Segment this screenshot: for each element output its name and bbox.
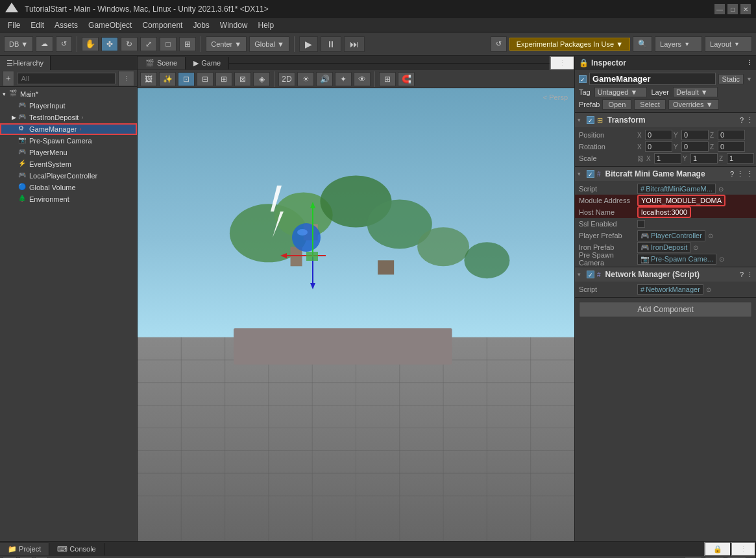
scene-filter4[interactable]: ⊠ xyxy=(234,72,251,86)
layout-dropdown[interactable]: Layout ▼ xyxy=(705,36,752,52)
multi-tool[interactable]: ⊞ xyxy=(179,37,196,51)
menu-component[interactable]: Component xyxy=(137,19,188,31)
transform-enable-checkbox[interactable]: ✓ xyxy=(587,116,594,124)
hierarchy-playerinput-item[interactable]: 🎮 PlayerInput xyxy=(0,100,137,112)
network-enable-checkbox[interactable]: ✓ xyxy=(587,271,594,278)
pos-x-input[interactable] xyxy=(645,130,672,140)
network-settings-icon[interactable]: ⋮ xyxy=(746,271,753,279)
pre-spawn-select-icon[interactable]: ⊙ xyxy=(719,256,724,263)
titlebar-controls[interactable]: — □ ✕ xyxy=(714,4,751,14)
rect-tool[interactable]: □ xyxy=(160,37,177,51)
layer-dropdown[interactable]: Default ▼ xyxy=(673,87,718,97)
project-tab[interactable]: 📁 Project xyxy=(0,543,49,555)
menu-edit[interactable]: Edit xyxy=(25,19,49,31)
bitcraft-enable-checkbox[interactable]: ✓ xyxy=(587,170,594,178)
script-select-icon[interactable]: ⊙ xyxy=(718,186,724,193)
draw-mode-button[interactable]: 🖼 xyxy=(140,72,157,86)
console-tab[interactable]: ⌨ Console xyxy=(49,543,104,555)
hierarchy-localplayer-item[interactable]: 🎮 LocalPlayerController xyxy=(0,170,137,182)
hierarchy-environment-item[interactable]: 🌲 Environment xyxy=(0,193,137,205)
move-tool[interactable]: ✤ xyxy=(101,37,118,51)
experimental-packages-button[interactable]: Experimental Packages In Use ▼ xyxy=(509,38,630,51)
iron-prefab-ref[interactable]: 🎮 IronDeposit xyxy=(637,242,690,253)
play-button[interactable]: ▶ xyxy=(299,36,318,52)
scene-audio-button[interactable]: 🔊 xyxy=(316,72,333,86)
script-ref[interactable]: # BitcraftMiniGameM... xyxy=(637,184,716,194)
scene-snap-button[interactable]: 🧲 xyxy=(398,72,415,86)
maximize-button[interactable]: □ xyxy=(727,4,738,14)
scene-hidden-button[interactable]: 👁 xyxy=(354,72,371,86)
prefab-overrides-button[interactable]: Overrides ▼ xyxy=(668,99,719,110)
search-button[interactable]: 🔍 xyxy=(633,36,652,52)
scene-light-button[interactable]: ☀ xyxy=(297,72,314,86)
hierarchy-scene-item[interactable]: ▾ 🎬 Main* xyxy=(0,88,137,100)
hierarchy-options-button[interactable]: ⋮ xyxy=(118,71,134,86)
scale-tool[interactable]: ⤢ xyxy=(140,37,157,51)
scene-filter2[interactable]: ⊟ xyxy=(197,72,213,86)
rot-x-input[interactable] xyxy=(645,141,672,152)
bitcraft-header[interactable]: ▾ ✓ # Bitcraft Mini Game Manage ? ⋮ ⋮ xyxy=(575,167,756,181)
global-toggle[interactable]: Global ▼ xyxy=(249,36,289,52)
hierarchy-testirondeposit-item[interactable]: ▶ 🎮 TestIronDeposit › xyxy=(0,112,137,123)
iron-prefab-select-icon[interactable]: ⊙ xyxy=(693,244,698,251)
network-help-icon[interactable]: ? xyxy=(740,271,744,278)
project-lock-button[interactable]: 🔒 xyxy=(704,542,731,557)
menu-gameobject[interactable]: GameObject xyxy=(83,19,137,31)
cloud-button[interactable]: ☁ xyxy=(36,36,53,52)
menu-jobs[interactable]: Jobs xyxy=(188,19,214,31)
rot-z-input[interactable] xyxy=(718,141,745,152)
scene-filter1[interactable]: ⊡ xyxy=(178,72,195,86)
player-prefab-ref[interactable]: 🎮 PlayerController xyxy=(637,230,705,241)
hierarchy-playermenu-item[interactable]: 🎮 PlayerMenu xyxy=(0,147,137,158)
prefab-open-button[interactable]: Open xyxy=(602,99,631,110)
object-active-checkbox[interactable]: ✓ xyxy=(579,75,587,83)
object-name-input[interactable] xyxy=(589,73,716,85)
tag-dropdown[interactable]: Untagged ▼ xyxy=(594,87,648,97)
inspector-options-icon[interactable]: ⋮ xyxy=(746,60,752,66)
menu-window[interactable]: Window xyxy=(215,19,253,31)
ssl-checkbox[interactable] xyxy=(637,220,645,228)
rot-y-input[interactable] xyxy=(681,141,709,152)
transform-help-icon[interactable]: ? xyxy=(740,116,744,124)
project-options-button[interactable]: ⋮ xyxy=(731,542,755,557)
scene-tab[interactable]: 🎬 Scene xyxy=(138,57,186,69)
minimize-button[interactable]: — xyxy=(714,4,725,14)
network-header[interactable]: ▾ ✓ # Network Manager (Script) ? ⋮ xyxy=(575,267,756,282)
undo-history-button[interactable]: ↺ xyxy=(491,36,507,52)
scale-y-input[interactable] xyxy=(690,153,718,164)
scene-filter3[interactable]: ⊞ xyxy=(215,72,232,86)
scene-view[interactable]: < Persp xyxy=(138,88,574,541)
static-badge[interactable]: Static xyxy=(718,74,744,84)
hierarchy-add-button[interactable]: + xyxy=(3,71,14,86)
scene-filter5[interactable]: ◈ xyxy=(253,72,270,86)
scene-grid-button[interactable]: ⊞ xyxy=(379,72,396,86)
transform-settings-icon[interactable]: ⋮ xyxy=(746,116,753,125)
center-more-button[interactable]: ⋮ xyxy=(550,56,574,71)
scale-z-input[interactable] xyxy=(727,153,754,164)
rotate-tool[interactable]: ↻ xyxy=(121,37,138,51)
add-component-button[interactable]: Add Component xyxy=(579,302,752,317)
hierarchy-gamemanager-item[interactable]: ⚙ GameManager › xyxy=(0,123,137,135)
network-script-select-icon[interactable]: ⊙ xyxy=(706,286,711,293)
hierarchy-prespawn-item[interactable]: 📷 Pre-Spawn Camera xyxy=(0,135,137,147)
close-button[interactable]: ✕ xyxy=(740,4,751,14)
hierarchy-tab[interactable]: ☰ Hierarchy xyxy=(0,56,51,70)
inspector-lock-icon[interactable]: 🔒 xyxy=(579,58,589,67)
scene-fx2-button[interactable]: ✦ xyxy=(335,72,352,86)
game-tab[interactable]: ▶ Game xyxy=(186,57,229,69)
prefab-select-button[interactable]: Select xyxy=(634,99,666,110)
undo-button[interactable]: ↺ xyxy=(56,36,72,52)
hierarchy-globalvolume-item[interactable]: 🔵 Global Volume xyxy=(0,182,137,193)
bitcraft-more-icon[interactable]: ⋮ xyxy=(746,170,753,178)
menu-assets[interactable]: Assets xyxy=(49,19,83,31)
bitcraft-help-icon[interactable]: ? xyxy=(730,170,734,178)
network-script-ref[interactable]: # NetworkManager xyxy=(637,284,703,295)
hierarchy-eventsystem-item[interactable]: ⚡ EventSystem xyxy=(0,158,137,170)
db-button[interactable]: DB ▼ xyxy=(4,36,33,52)
pos-z-input[interactable] xyxy=(718,130,745,140)
pivot-toggle[interactable]: Center ▼ xyxy=(206,36,247,52)
hand-tool[interactable]: ✋ xyxy=(82,37,99,51)
transform-header[interactable]: ▾ ✓ ⊞ Transform ? ⋮ xyxy=(575,113,756,127)
layers-dropdown[interactable]: Layers ▼ xyxy=(655,36,702,52)
module-address-highlight[interactable]: YOUR_MODULE_DOMA xyxy=(637,195,726,206)
